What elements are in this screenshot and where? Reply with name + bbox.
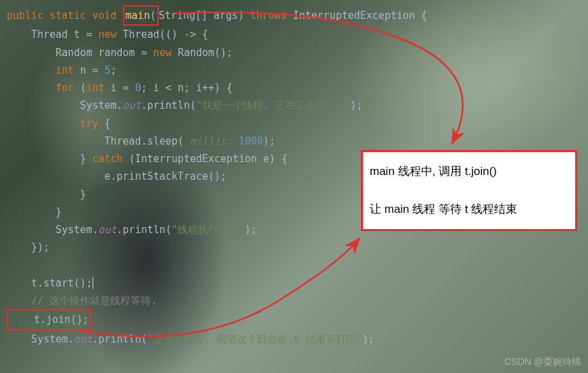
annotation-text-2: 让 main 线程 等待 t 线程结束 [370, 199, 568, 220]
code-line [7, 257, 581, 274]
code-line: try { [7, 115, 581, 132]
code-line: t.join(); [7, 309, 581, 330]
code-line: System.out.println("这是主线程, 期望这个日志在 t 结束后… [7, 330, 581, 348]
code-line: // 这个操作就是线程等待. [7, 292, 581, 309]
watermark: CSDN @委婉待续 [504, 353, 581, 370]
annotation-callout: main 线程中, 调用 t.join() 让 main 线程 等待 t 线程结… [361, 150, 577, 231]
code-line: System.out.println("我是一个线程, 正在工作中..."); [7, 97, 581, 114]
code-line: Random random = new Random(); [7, 44, 581, 61]
code-line: }); [7, 239, 581, 256]
code-line: Thread.sleep( millis: 1000); [7, 132, 581, 150]
code-line: int n = 5; [7, 61, 581, 79]
join-highlight: t.join(); [7, 309, 91, 330]
code-line: public static void main(String[] args) t… [7, 5, 581, 26]
code-line: for (int i = 0; i < n; i++) { [7, 79, 581, 97]
code-line: t.start(); [7, 274, 581, 292]
main-highlight: main( [123, 5, 159, 26]
code-line: Thread t = new Thread(() -> { [7, 26, 581, 43]
annotation-text-1: main 线程中, 调用 t.join() [370, 161, 568, 182]
